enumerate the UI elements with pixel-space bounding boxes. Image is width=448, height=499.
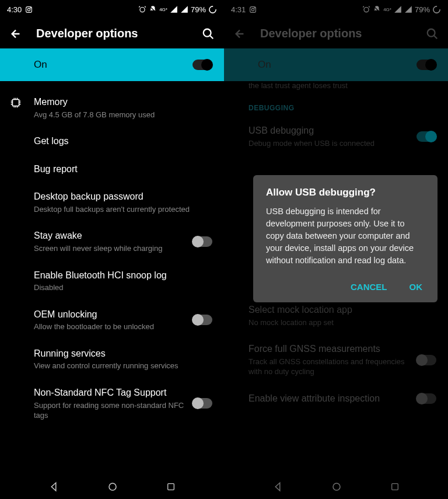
oem-toggle[interactable] <box>192 315 212 325</box>
dialog-cancel-button[interactable]: CANCEL <box>348 278 390 295</box>
status-time: 4:30 <box>7 5 22 14</box>
svg-point-13 <box>333 483 340 490</box>
svg-point-12 <box>428 29 435 36</box>
dialog-ok-button[interactable]: OK <box>407 278 425 295</box>
battery-percent: 79% <box>191 5 206 14</box>
item-sub: No mock location app set <box>249 317 429 328</box>
alarm-icon <box>138 5 146 13</box>
nav-bar <box>224 474 448 499</box>
mute-icon <box>149 5 157 13</box>
mute-icon <box>373 5 381 13</box>
item-sub: View and control currently running servi… <box>34 361 205 371</box>
view-attr-toggle[interactable] <box>416 393 436 404</box>
master-toggle-label: On <box>34 59 47 71</box>
loading-icon <box>208 5 217 14</box>
usb-debugging-dialog: Allow USB debugging? USB debugging is in… <box>253 175 438 302</box>
item-sub: Disabled <box>34 282 205 293</box>
item-title: Running services <box>34 347 205 360</box>
search-button[interactable] <box>426 27 439 40</box>
item-title: USB debugging <box>249 124 410 137</box>
page-title: Developer options <box>36 27 188 40</box>
signal-4g-icon: 4G* <box>159 7 167 12</box>
nav-home[interactable] <box>107 481 118 492</box>
master-toggle-row[interactable]: On <box>224 48 448 81</box>
search-button[interactable] <box>202 27 215 40</box>
nav-bar <box>0 474 224 499</box>
nav-recents[interactable] <box>390 482 400 491</box>
nav-back[interactable] <box>48 481 59 492</box>
item-memory[interactable]: MemoryAvg 4.5 GB of 7.8 GB memory used <box>0 88 224 127</box>
item-gnss[interactable]: Force full GNSS measurementsTrack all GN… <box>224 335 448 385</box>
nav-back[interactable] <box>272 481 283 492</box>
usb-debugging-toggle[interactable] <box>416 131 436 142</box>
item-bt-hci[interactable]: Enable Bluetooth HCI snoop logDisabled <box>0 261 224 301</box>
item-oem-unlocking[interactable]: OEM unlockingAllow the bootloader to be … <box>0 301 224 340</box>
app-header: Developer options <box>0 19 224 48</box>
item-running-services[interactable]: Running servicesView and control current… <box>0 340 224 379</box>
dialog-body: USB debugging is intended for developmen… <box>266 205 425 267</box>
item-sub: Desktop full backups aren't currently pr… <box>34 204 205 215</box>
signal-icon-2 <box>404 5 412 13</box>
nfc-toggle[interactable] <box>192 398 212 409</box>
item-nfc-tag[interactable]: Non-Standard NFC Tag SupportSupport for … <box>0 379 224 428</box>
svg-point-6 <box>109 483 116 490</box>
gnss-toggle[interactable] <box>416 355 436 365</box>
signal-icon <box>394 5 402 13</box>
master-toggle-switch[interactable] <box>416 60 436 70</box>
memory-icon <box>9 96 22 109</box>
left-screen: 4:30 4G* 79% Developer options On Memory… <box>0 0 224 499</box>
svg-rect-7 <box>168 484 174 490</box>
item-get-logs[interactable]: Get logs <box>0 127 224 155</box>
nav-home[interactable] <box>331 481 342 492</box>
dialog-title: Allow USB debugging? <box>266 187 425 198</box>
settings-list[interactable]: MemoryAvg 4.5 GB of 7.8 GB memory used G… <box>0 81 224 474</box>
item-sub: Support for reading some non-standard NF… <box>34 400 186 421</box>
item-usb-debugging[interactable]: USB debuggingDebug mode when USB is conn… <box>224 117 448 156</box>
signal-4g-icon: 4G* <box>383 7 391 12</box>
stay-awake-toggle[interactable] <box>192 236 212 247</box>
item-title: Select mock location app <box>249 303 429 316</box>
item-title: Force full GNSS measurements <box>249 343 410 355</box>
item-title: OEM unlocking <box>34 308 186 321</box>
item-sub: Debug mode when USB is connected <box>249 138 410 149</box>
signal-icon <box>170 5 178 13</box>
item-stay-awake[interactable]: Stay awakeScreen will never sleep while … <box>0 222 224 261</box>
instagram-icon <box>25 6 33 13</box>
back-button[interactable] <box>233 27 246 40</box>
battery-percent: 79% <box>415 5 430 14</box>
svg-rect-5 <box>13 100 19 106</box>
master-toggle-row[interactable]: On <box>0 48 224 81</box>
item-sub: Avg 4.5 GB of 7.8 GB memory used <box>34 110 205 120</box>
item-title: Stay awake <box>34 229 186 242</box>
svg-point-1 <box>28 8 30 11</box>
svg-point-4 <box>204 29 211 36</box>
alarm-icon <box>362 5 370 13</box>
item-title: Bug report <box>34 163 205 176</box>
back-button[interactable] <box>9 27 22 40</box>
signal-icon-2 <box>180 5 188 13</box>
app-header: Developer options <box>224 19 448 48</box>
svg-point-2 <box>30 7 31 8</box>
item-title: Desktop backup password <box>34 190 205 203</box>
section-header-debugging: DEBUGGING <box>224 96 448 117</box>
item-view-attribute[interactable]: Enable view attribute inspection <box>224 385 448 413</box>
item-title: Enable view attribute inspection <box>249 392 410 405</box>
svg-point-11 <box>364 8 369 12</box>
master-toggle-switch[interactable] <box>192 60 212 70</box>
svg-point-3 <box>140 8 145 12</box>
status-bar: 4:31 4G* 79% <box>224 0 448 19</box>
instagram-icon <box>249 6 257 13</box>
item-sub: Screen will never sleep while charging <box>34 243 186 254</box>
status-bar: 4:30 4G* 79% <box>0 0 224 19</box>
item-title: Memory <box>34 96 205 109</box>
loading-icon <box>432 5 441 14</box>
nav-recents[interactable] <box>166 482 176 491</box>
svg-point-10 <box>254 7 255 8</box>
truncated-line: the last trust agent loses trust <box>224 81 448 96</box>
master-toggle-label: On <box>258 59 271 71</box>
item-desktop-backup[interactable]: Desktop backup passwordDesktop full back… <box>0 183 224 222</box>
item-title: Non-Standard NFC Tag Support <box>34 386 186 399</box>
item-bug-report[interactable]: Bug report <box>0 155 224 183</box>
page-title: Developer options <box>260 27 412 40</box>
svg-rect-14 <box>392 484 398 490</box>
